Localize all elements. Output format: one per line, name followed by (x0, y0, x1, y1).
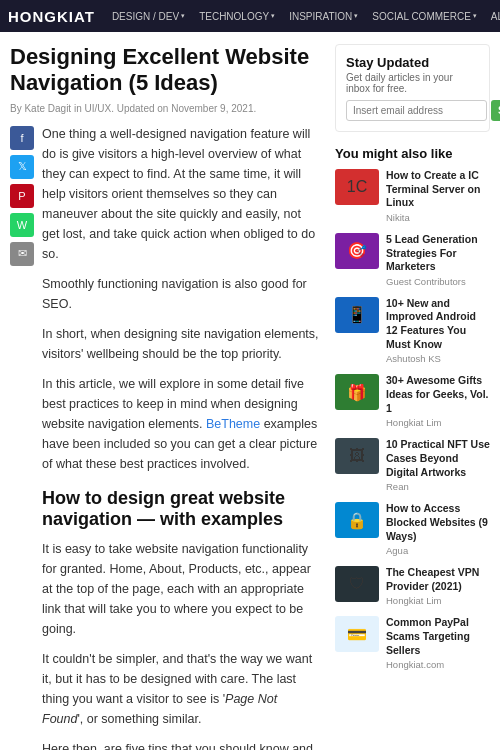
nav-technology[interactable]: TECHNOLOGY ▾ (192, 11, 282, 22)
you-might-also-like: You might also like 1С How to Create a I… (335, 146, 490, 670)
article-intro-1: One thing a well-designed navigation fea… (42, 124, 321, 264)
item-title: 5 Lead Generation Strategies For Markete… (386, 233, 490, 274)
chevron-icon: ▾ (181, 12, 185, 20)
nav-design-dev[interactable]: DESIGN / DEV ▾ (105, 11, 192, 22)
item-title: 30+ Awesome Gifts Ideas for Geeks, Vol. … (386, 374, 490, 415)
main-layout: Designing Excellent Website Navigation (… (0, 32, 500, 750)
item-text: The Cheapest VPN Provider (2021) Hongkia… (386, 566, 490, 606)
thumbnail: 🛡 (335, 566, 379, 602)
you-might-item[interactable]: 📱 10+ New and Improved Android 12 Featur… (335, 297, 490, 365)
article-p2: It couldn't be simpler, and that's the w… (42, 649, 321, 729)
email-input[interactable] (346, 100, 487, 121)
whatsapp-share-button[interactable]: W (10, 213, 34, 237)
you-might-title: You might also like (335, 146, 490, 161)
article-content: Designing Excellent Website Navigation (… (10, 44, 321, 750)
you-might-item[interactable]: 🎁 30+ Awesome Gifts Ideas for Geeks, Vol… (335, 374, 490, 428)
item-title: The Cheapest VPN Provider (2021) (386, 566, 490, 593)
item-text: 30+ Awesome Gifts Ideas for Geeks, Vol. … (386, 374, 490, 428)
item-title: Common PayPal Scams Targeting Sellers (386, 616, 490, 657)
twitter-share-button[interactable]: 𝕏 (10, 155, 34, 179)
article-title: Designing Excellent Website Navigation (… (10, 44, 321, 97)
sidebar: Stay Updated Get daily articles in your … (335, 44, 490, 750)
stay-updated-box: Stay Updated Get daily articles in your … (335, 44, 490, 132)
you-might-items-list: 1С How to Create a IC Terminal Server on… (335, 169, 490, 670)
item-author: Ashutosh KS (386, 353, 490, 364)
item-text: Common PayPal Scams Targeting Sellers Ho… (386, 616, 490, 670)
subscribe-button[interactable]: Subscribe! (491, 100, 500, 121)
nav-items: DESIGN / DEV ▾ TECHNOLOGY ▾ INSPIRATION … (105, 11, 500, 22)
thumbnail: 🎁 (335, 374, 379, 410)
item-author: Nikita (386, 212, 490, 223)
item-title: 10 Practical NFT Use Cases Beyond Digita… (386, 438, 490, 479)
thumbnail: 1С (335, 169, 379, 205)
item-author: Hongkiat Lim (386, 417, 490, 428)
you-might-item[interactable]: 🎯 5 Lead Generation Strategies For Marke… (335, 233, 490, 287)
article-p3: Here then, are five tips that you should… (42, 739, 321, 750)
item-text: 5 Lead Generation Strategies For Markete… (386, 233, 490, 287)
thumbnail: 📱 (335, 297, 379, 333)
article-h2: How to design great website navigation —… (42, 488, 321, 531)
item-title: How to Create a IC Terminal Server on Li… (386, 169, 490, 210)
chevron-icon: ▾ (271, 12, 275, 20)
thumbnail: 💳 (335, 616, 379, 652)
chevron-icon: ▾ (354, 12, 358, 20)
nav-inspiration[interactable]: INSPIRATION ▾ (282, 11, 365, 22)
top-navigation: HONGKIAT DESIGN / DEV ▾ TECHNOLOGY ▾ INS… (0, 0, 500, 32)
item-author: Agua (386, 545, 490, 556)
social-bar: f 𝕏 P W ✉ (10, 124, 34, 750)
item-title: 10+ New and Improved Android 12 Features… (386, 297, 490, 352)
article-body: One thing a well-designed navigation fea… (42, 124, 321, 750)
item-author: Rean (386, 481, 490, 492)
stay-updated-title: Stay Updated (346, 55, 479, 70)
pinterest-share-button[interactable]: P (10, 184, 34, 208)
article-p1: It is easy to take website navigation fu… (42, 539, 321, 639)
item-text: 10 Practical NFT Use Cases Beyond Digita… (386, 438, 490, 492)
article-meta: By Kate Dagit in UI/UX. Updated on Novem… (10, 103, 321, 114)
nav-all[interactable]: ALL ▾ (484, 11, 500, 22)
stay-updated-sub: Get daily articles in your inbox for fre… (346, 72, 479, 94)
nav-social-commerce[interactable]: SOCIAL COMMERCE ▾ (365, 11, 484, 22)
item-author: Hongkiat Lim (386, 595, 490, 606)
article-intro-3: In short, when designing site navigation… (42, 324, 321, 364)
facebook-share-button[interactable]: f (10, 126, 34, 150)
you-might-item[interactable]: 🔒 How to Access Blocked Websites (9 Ways… (335, 502, 490, 556)
article-with-social: f 𝕏 P W ✉ One thing a well-designed navi… (10, 124, 321, 750)
email-signup-row: Subscribe! (346, 100, 479, 121)
chevron-icon: ▾ (473, 12, 477, 20)
you-might-item[interactable]: 🛡 The Cheapest VPN Provider (2021) Hongk… (335, 566, 490, 606)
thumbnail: 🖼 (335, 438, 379, 474)
site-logo[interactable]: HONGKIAT (8, 8, 95, 25)
email-share-button[interactable]: ✉ (10, 242, 34, 266)
betheme-link[interactable]: BeTheme (206, 417, 260, 431)
you-might-item[interactable]: 1С How to Create a IC Terminal Server on… (335, 169, 490, 223)
item-text: How to Access Blocked Websites (9 Ways) … (386, 502, 490, 556)
item-text: How to Create a IC Terminal Server on Li… (386, 169, 490, 223)
item-title: How to Access Blocked Websites (9 Ways) (386, 502, 490, 543)
item-text: 10+ New and Improved Android 12 Features… (386, 297, 490, 365)
thumbnail: 🎯 (335, 233, 379, 269)
item-author: Hongkiat.com (386, 659, 490, 670)
item-author: Guest Contributors (386, 276, 490, 287)
article-intro-4: In this article, we will explore in some… (42, 374, 321, 474)
you-might-item[interactable]: 🖼 10 Practical NFT Use Cases Beyond Digi… (335, 438, 490, 492)
you-might-item[interactable]: 💳 Common PayPal Scams Targeting Sellers … (335, 616, 490, 670)
article-intro-2: Smoothly functioning navigation is also … (42, 274, 321, 314)
thumbnail: 🔒 (335, 502, 379, 538)
